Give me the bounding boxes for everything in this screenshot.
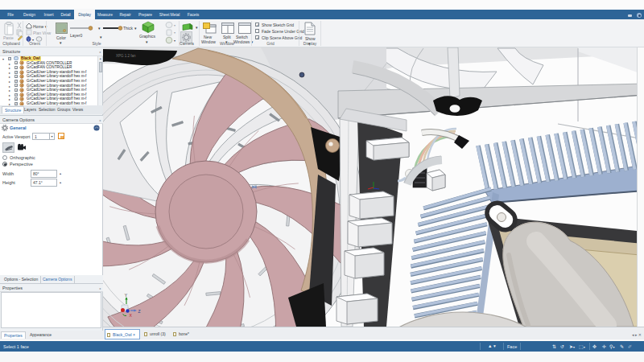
svg-text:◠: ◠ [95, 125, 98, 130]
svg-text:XPG 1.2 fan: XPG 1.2 fan [116, 54, 136, 58]
svg-text:▾: ▾ [174, 31, 175, 35]
svg-text:Z: Z [138, 309, 141, 314]
svg-text:▾: ▾ [174, 23, 175, 27]
